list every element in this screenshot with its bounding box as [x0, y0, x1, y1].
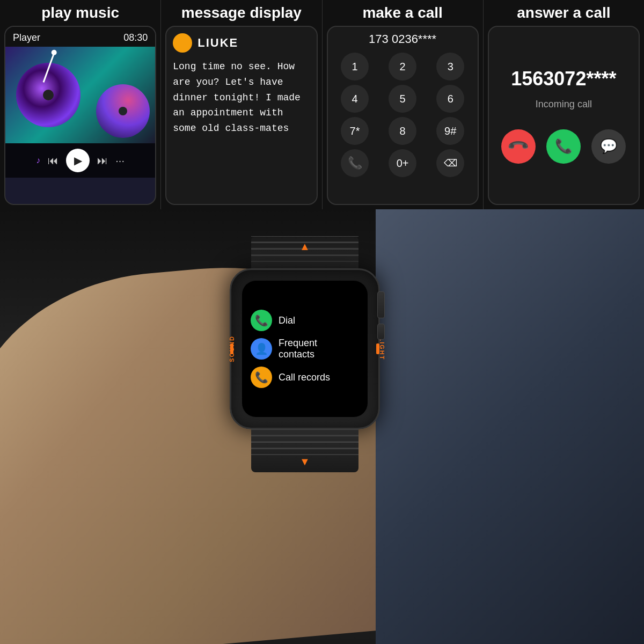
band-link-b3 [251, 442, 358, 449]
watch-body: SOUND LIGHT 📞 Dial 👤 Frequentcontact [230, 268, 380, 429]
top-panels: play music Player 08:30 ♪ ⏮ ▶ ⏭ ··· mess… [0, 0, 644, 209]
dialpad-screen: 173 0236**** 1 2 3 4 5 6 7* 8 9# 📞 0+ ⌫ [327, 26, 479, 205]
message-text: Long time no see. How are you? Let's hav… [173, 59, 310, 136]
play-music-panel: play music Player 08:30 ♪ ⏮ ▶ ⏭ ··· [0, 0, 160, 209]
band-link-b4 [251, 449, 358, 455]
watch-screen: 📞 Dial 👤 Frequentcontacts 📞 Call r [242, 281, 368, 417]
music-artwork [5, 47, 155, 143]
message-screen: LIUKE Long time no see. How are you? Let… [165, 26, 317, 205]
key-6[interactable]: 6 [436, 85, 464, 113]
watch-crown-2[interactable] [377, 324, 385, 340]
frequent-contacts-icon: 👤 [251, 338, 272, 360]
message-header: LIUKE [173, 33, 310, 53]
band-link-b1 [251, 429, 358, 436]
key-8[interactable]: 8 [389, 117, 416, 145]
watch-band-top: ▲ [251, 236, 358, 268]
watch-container: ▲ SOUND LIGHT 📞 Dial � [219, 236, 391, 462]
watch-section: ▲ SOUND LIGHT 📞 Dial � [0, 209, 644, 644]
incoming-number: 1563072**** [511, 68, 616, 90]
watch-menu-records[interactable]: 📞 Call records [251, 367, 330, 388]
sound-label: SOUND [229, 335, 235, 362]
watch-menu-dial[interactable]: 📞 Dial [251, 310, 295, 331]
prev-button[interactable]: ⏮ [48, 155, 58, 167]
next-button[interactable]: ⏭ [97, 155, 108, 167]
dial-label: Dial [279, 315, 295, 326]
answer-a-call-title: answer a call [517, 4, 610, 21]
band-arrow-top-icon: ▲ [299, 240, 310, 253]
call-actions: 📞 📞 💬 [501, 129, 626, 164]
call-records-label: Call records [279, 372, 330, 383]
watch-menu-frequent[interactable]: 👤 Frequentcontacts [251, 338, 317, 360]
dialpad-grid: 1 2 3 4 5 6 7* 8 9# [333, 53, 472, 145]
message-reply-button[interactable]: 💬 [591, 129, 626, 164]
dial-call-button[interactable]: 📞 [341, 149, 369, 177]
call-records-icon: 📞 [251, 367, 272, 388]
light-label: LIGHT [379, 338, 385, 361]
vinyl-disc-2 [96, 84, 150, 138]
frequent-contacts-label: Frequentcontacts [279, 338, 317, 360]
accept-button[interactable]: 📞 [546, 129, 581, 164]
band-link-4 [251, 255, 358, 262]
key-1[interactable]: 1 [341, 53, 369, 80]
watch-band-bottom: ▼ [251, 429, 358, 472]
music-controls: ♪ ⏮ ▶ ⏭ ··· [5, 143, 155, 178]
music-header: Player 08:30 [5, 27, 155, 47]
answer-a-call-panel: answer a call 1563072**** Incoming call … [484, 0, 644, 209]
make-a-call-panel: make a call 173 0236**** 1 2 3 4 5 6 7* … [323, 0, 483, 209]
play-button[interactable]: ▶ [66, 149, 90, 172]
answer-screen: 1563072**** Incoming call 📞 📞 💬 [488, 26, 640, 205]
music-screen: Player 08:30 ♪ ⏮ ▶ ⏭ ··· [4, 26, 156, 205]
dial-number: 173 0236**** [369, 32, 436, 46]
band-arrow-bottom-icon: ▼ [299, 456, 310, 468]
key-3[interactable]: 3 [436, 53, 464, 80]
sender-avatar [173, 33, 192, 53]
key-5[interactable]: 5 [389, 85, 416, 113]
player-label: Player [13, 32, 40, 43]
key-2[interactable]: 2 [389, 53, 416, 80]
key-7[interactable]: 7* [341, 117, 369, 145]
dial-icon: 📞 [251, 310, 272, 331]
player-time: 08:30 [123, 32, 148, 43]
more-button[interactable]: ··· [115, 155, 125, 167]
message-display-title: message display [181, 4, 302, 21]
decline-button[interactable]: 📞 [494, 122, 543, 171]
dial-bottom-row: 📞 0+ ⌫ [333, 149, 472, 177]
volume-icon[interactable]: ♪ [36, 156, 40, 165]
vinyl-disc-1 [16, 63, 80, 127]
fabric-background [376, 209, 644, 644]
dial-delete-button[interactable]: ⌫ [436, 149, 464, 177]
key-4[interactable]: 4 [341, 85, 369, 113]
watch-crown-1[interactable] [377, 291, 385, 318]
message-display-panel: message display LIUKE Long time no see. … [161, 0, 321, 209]
incoming-label: Incoming call [536, 99, 592, 110]
sender-name: LIUKE [197, 36, 238, 50]
play-music-title: play music [41, 4, 119, 21]
make-a-call-title: make a call [362, 4, 442, 21]
band-link-b2 [251, 436, 358, 442]
key-0[interactable]: 0+ [389, 149, 416, 177]
key-9[interactable]: 9# [436, 117, 464, 145]
